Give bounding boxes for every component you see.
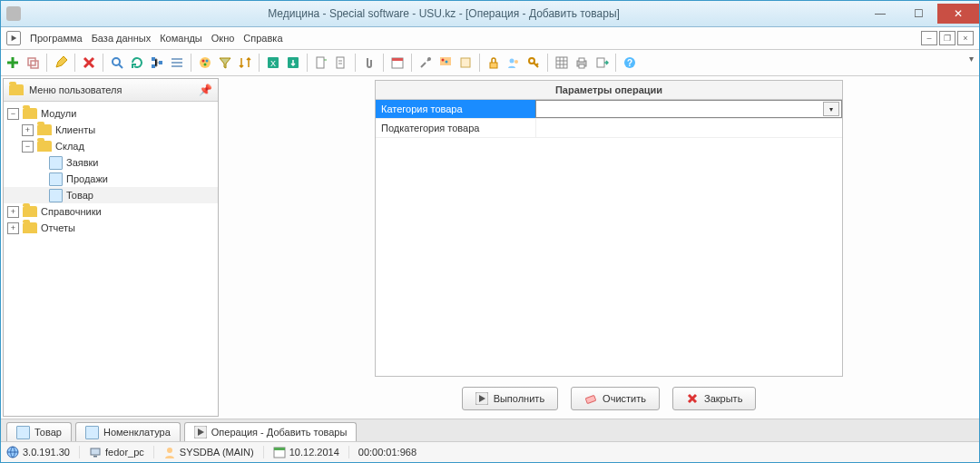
expand-icon[interactable]: + (22, 124, 34, 136)
attach-icon[interactable] (361, 54, 377, 71)
tree-node-sprav[interactable]: + Справочники (4, 203, 218, 220)
tree-node-clients[interactable]: + Клиенты (4, 122, 218, 138)
toolbar-overflow-icon[interactable]: ▾ (969, 54, 974, 64)
mdi-restore-button[interactable]: ❐ (939, 31, 956, 45)
mdi-minimize-button[interactable]: – (921, 31, 937, 45)
menu-database[interactable]: База данных (92, 33, 152, 44)
open-doc-icon[interactable] (333, 54, 349, 71)
folder-icon (37, 124, 52, 135)
expand-icon[interactable]: + (7, 222, 19, 234)
play-icon (194, 426, 207, 438)
users-icon[interactable] (505, 54, 522, 71)
chevron-down-icon[interactable]: ▾ (823, 102, 839, 116)
page-icon (49, 172, 63, 186)
list-icon[interactable] (169, 54, 185, 71)
eraser-icon (584, 392, 597, 405)
excel-import-icon[interactable] (285, 54, 301, 71)
play-icon[interactable] (6, 31, 21, 45)
expand-icon[interactable]: + (7, 206, 19, 218)
param-value[interactable] (535, 119, 842, 137)
tree-node-sklad[interactable]: − Склад (4, 138, 218, 154)
param-row-subcategory[interactable]: Подкатегория товара (376, 119, 842, 138)
status-bar: 3.0.191.30 fedor_pc SYSDBA (MAIN) 10.12.… (1, 441, 979, 462)
param-row-category[interactable]: Категория товара ▾ (376, 100, 842, 119)
tools-icon[interactable] (417, 54, 434, 71)
add-icon[interactable] (5, 54, 21, 71)
svg-point-21 (427, 57, 431, 61)
tree-node-zayavki[interactable]: Заявки (4, 154, 218, 171)
delete-icon[interactable] (81, 54, 97, 71)
tree-icon[interactable] (149, 54, 165, 71)
tab-nomenklatura[interactable]: Номенклатура (75, 422, 181, 441)
new-doc-icon[interactable] (313, 54, 329, 71)
folder-icon (23, 222, 37, 233)
svg-rect-17 (317, 57, 324, 68)
svg-rect-6 (159, 61, 162, 64)
param-value-dropdown[interactable]: ▾ (535, 100, 842, 118)
paint-icon[interactable] (437, 54, 454, 71)
grid-icon[interactable] (554, 54, 570, 71)
params-panel: Параметры операции Категория товара ▾ По… (375, 80, 843, 377)
svg-point-28 (514, 60, 518, 64)
maximize-button[interactable]: ☐ (899, 4, 937, 24)
tree-node-modules[interactable]: − Модули (4, 105, 218, 122)
svg-text:X: X (270, 59, 276, 68)
page-icon (49, 189, 63, 202)
menu-window[interactable]: Окно (211, 33, 235, 44)
search-icon[interactable] (109, 54, 125, 71)
clear-button[interactable]: Очистить (571, 387, 660, 410)
tab-tovar[interactable]: Товар (6, 422, 72, 441)
tree-label: Модули (41, 108, 76, 119)
tree-node-tovar[interactable]: Товар (4, 187, 218, 203)
title-bar: Медицина - Special software - USU.kz - [… (1, 1, 979, 27)
svg-rect-30 (556, 57, 567, 68)
globe-icon (6, 446, 19, 458)
excel-export-icon[interactable]: X (265, 54, 281, 71)
note-icon[interactable] (457, 54, 474, 71)
svg-point-10 (200, 57, 211, 68)
menu-program[interactable]: Программа (30, 33, 83, 44)
refresh-icon[interactable] (129, 54, 145, 71)
toolbar: X ? ▾ (1, 50, 979, 76)
svg-rect-39 (585, 395, 595, 403)
tree-node-prodazhi[interactable]: Продажи (4, 171, 218, 187)
lock-icon[interactable] (485, 54, 502, 71)
page-icon (85, 426, 99, 439)
copy-icon[interactable] (24, 54, 41, 71)
print-icon[interactable] (573, 54, 590, 71)
svg-rect-34 (597, 58, 604, 67)
bottom-tabs: Товар Номенклатура Операция - Добавить т… (1, 419, 979, 441)
tree-node-otchety[interactable]: + Отчеты (4, 220, 218, 236)
palette-icon[interactable] (197, 54, 213, 71)
tree-label: Продажи (66, 173, 108, 184)
sidebar-title: Меню пользователя (29, 84, 122, 95)
edit-icon[interactable] (53, 54, 69, 71)
svg-point-27 (510, 59, 514, 64)
menu-bar: Программа База данных Команды Окно Справ… (1, 27, 979, 50)
menu-help[interactable]: Справка (243, 33, 282, 44)
pin-icon[interactable]: 📌 (199, 84, 212, 96)
collapse-icon[interactable]: − (22, 141, 34, 153)
menu-commands[interactable]: Команды (160, 33, 202, 44)
mdi-close-button[interactable]: × (957, 31, 974, 45)
minimize-button[interactable]: — (861, 4, 899, 24)
svg-rect-33 (579, 64, 584, 68)
filter-icon[interactable] (217, 54, 233, 71)
calendar-icon[interactable] (389, 54, 406, 71)
export-icon[interactable] (593, 54, 610, 71)
collapse-icon[interactable]: − (7, 108, 19, 120)
sort-icon[interactable] (237, 54, 253, 71)
tab-operation[interactable]: Операция - Добавить товары (184, 422, 358, 441)
close-button[interactable]: ✕ (937, 4, 979, 24)
run-button[interactable]: Выполнить (462, 387, 558, 410)
key-icon[interactable] (525, 54, 542, 71)
sidebar: Меню пользователя 📌 − Модули + Клиенты −… (3, 78, 219, 417)
close-button[interactable]: Закрыть (672, 387, 756, 410)
tab-label: Номенклатура (103, 427, 171, 438)
svg-point-23 (442, 59, 445, 62)
svg-rect-4 (152, 57, 155, 61)
params-title: Параметры операции (376, 81, 842, 100)
play-icon (475, 392, 488, 405)
tree-label: Склад (55, 141, 84, 152)
help-icon[interactable]: ? (622, 54, 638, 71)
